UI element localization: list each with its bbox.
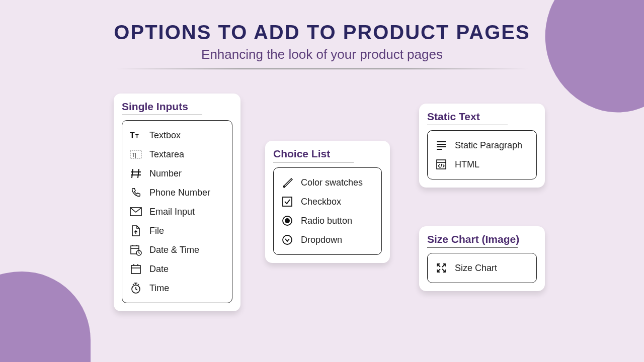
textbox-icon: TT	[129, 129, 142, 142]
item-label: Email Input	[149, 207, 195, 217]
file-icon	[129, 224, 142, 237]
item-label: Color swatches	[301, 177, 363, 188]
page-title: OPTIONS TO ADD TO PRODUCT PAGES	[0, 21, 644, 44]
card-title: Static Text	[427, 111, 537, 125]
list-item: TT Textbox	[128, 126, 226, 145]
card-title: Choice List	[273, 148, 382, 162]
svg-point-12	[285, 218, 290, 223]
list-item: HTML	[434, 155, 530, 174]
item-label: Number	[149, 168, 182, 179]
color-swatch-icon	[281, 176, 294, 189]
dropdown-icon	[281, 233, 294, 246]
inner-box: Static Paragraph HTML	[427, 130, 537, 179]
list-item: Static Paragraph	[434, 136, 530, 155]
inner-box: Size Chart	[427, 253, 537, 283]
card-size-chart: Size Chart (Image) Size Chart	[419, 226, 545, 291]
list-item: Phone Number	[128, 183, 226, 202]
number-icon	[129, 167, 142, 180]
list-item: File	[128, 221, 226, 240]
email-icon	[129, 205, 142, 218]
cards-area: Single Inputs TT Textbox T| Textarea Num…	[0, 69, 644, 341]
inner-box: Color swatches Checkbox Radio button Dro…	[273, 167, 382, 255]
page-subtitle: Enhancing the look of your product pages	[0, 47, 644, 62]
item-label: Textbox	[149, 130, 181, 141]
card-title: Size Chart (Image)	[427, 233, 537, 247]
title-underline	[427, 125, 508, 125]
item-label: Static Paragraph	[455, 140, 522, 151]
list-item: Number	[128, 164, 226, 183]
title-underline	[273, 162, 354, 162]
html-icon	[435, 158, 448, 171]
title-underline	[427, 247, 518, 248]
inner-box: TT Textbox T| Textarea Number P	[122, 120, 232, 303]
item-label: HTML	[455, 159, 479, 170]
list-item: Date & Time	[128, 240, 226, 259]
datetime-icon	[129, 243, 142, 256]
card-static-text: Static Text Static Paragraph HTML	[419, 104, 545, 188]
list-item: Radio button	[280, 211, 375, 230]
textarea-icon: T|	[129, 148, 142, 161]
item-label: Date	[149, 264, 169, 275]
list-item: Size Chart	[434, 258, 530, 278]
radio-icon	[281, 214, 294, 227]
list-item: Color swatches	[280, 173, 375, 192]
phone-icon	[129, 186, 142, 199]
expand-icon	[435, 261, 448, 275]
svg-text:T: T	[130, 131, 135, 140]
item-label: Time	[149, 283, 169, 294]
item-label: Radio button	[301, 216, 352, 226]
svg-rect-10	[283, 197, 292, 206]
list-item: Time	[128, 279, 226, 298]
list-item: Dropdown	[280, 230, 375, 249]
checkbox-icon	[281, 195, 294, 208]
svg-text:T: T	[135, 133, 139, 139]
card-single-inputs: Single Inputs TT Textbox T| Textarea Num…	[114, 94, 240, 311]
item-label: Size Chart	[455, 263, 497, 274]
list-item: T| Textarea	[128, 145, 226, 164]
item-label: File	[149, 226, 164, 236]
time-icon	[129, 282, 142, 295]
card-title: Single Inputs	[122, 101, 232, 115]
card-choice-list: Choice List Color swatches Checkbox Radi…	[265, 141, 390, 263]
header: OPTIONS TO ADD TO PRODUCT PAGES Enhancin…	[0, 0, 644, 69]
svg-point-9	[283, 186, 285, 188]
svg-rect-7	[131, 265, 140, 274]
list-item: Checkbox	[280, 192, 375, 211]
item-label: Textarea	[149, 149, 184, 160]
item-label: Dropdown	[301, 235, 342, 245]
item-label: Date & Time	[149, 245, 199, 255]
svg-rect-14	[437, 160, 446, 169]
list-item: Date	[128, 259, 226, 279]
paragraph-icon	[435, 139, 448, 152]
date-icon	[129, 262, 142, 276]
svg-point-13	[283, 235, 292, 244]
svg-text:T|: T|	[132, 152, 136, 158]
list-item: Email Input	[128, 202, 226, 221]
item-label: Checkbox	[301, 197, 341, 207]
item-label: Phone Number	[149, 188, 210, 198]
title-underline	[122, 115, 202, 115]
